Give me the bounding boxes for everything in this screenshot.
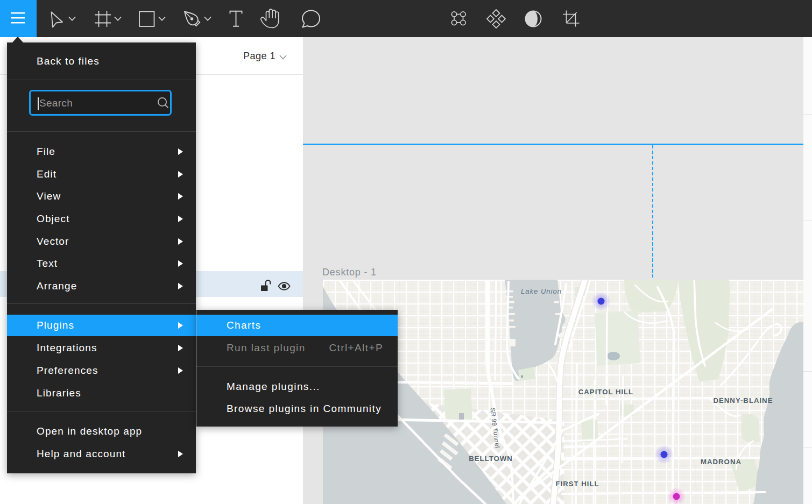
svg-text:Lake Union: Lake Union [521,287,562,295]
svg-text:CAPITOL HILL: CAPITOL HILL [578,388,633,396]
svg-text:MADRONA: MADRONA [701,458,742,466]
svg-text:DENNY-BLAINE: DENNY-BLAINE [714,396,773,404]
svg-text:FIRST HILL: FIRST HILL [555,480,599,488]
svg-text:BELLTOWN: BELLTOWN [469,455,513,463]
